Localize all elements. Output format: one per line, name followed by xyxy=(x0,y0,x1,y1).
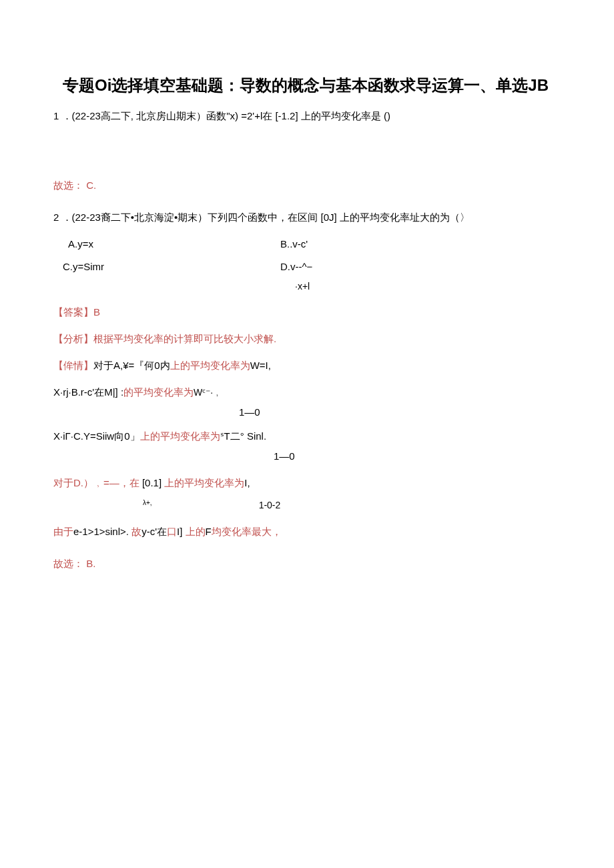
q2-detail-a: 【侔情】对于A,¥=『何0内上的平均变化率为W=I, xyxy=(53,358,561,374)
q2-detail-b: X·rj·B.r-c'在M|] :的平均变化率为Wᶜ⁻·﹐ xyxy=(53,384,561,400)
q2-conclusion-line: 由于e-1>1>sinl>. 故y-c'在口I] 上的F均变化率最大， xyxy=(53,524,561,540)
detail-d-subline: λ+, 1-0-2 xyxy=(53,498,561,512)
detail-d-sub: λ+, xyxy=(53,498,152,512)
question-2-text: 2 ．(22-23裔二下•北京海淀•期末）下列四个函数中，在区间 [0J] 上的… xyxy=(53,209,561,226)
detail-b-2: 的平均变化率为 xyxy=(123,386,194,398)
q2-option-d-sub: ·x+l xyxy=(53,279,561,294)
q2-final: 故选： B. xyxy=(53,556,561,572)
detail-a-1: 对于A,¥=『何0内 xyxy=(93,360,170,371)
detail-a-2: 上的平均变化率为 xyxy=(170,360,250,371)
q2-analysis: 【分析】根据平均变化率的计算即可比较大小求解. xyxy=(53,331,561,347)
q2-detail-d: 对于D.）﹐=—，在 [0.1] 上的平均变化率为I, xyxy=(53,475,561,491)
spacer xyxy=(53,131,561,171)
page-title: 专题Oi选择填空基础题：导数的概念与基本函数求导运算一、单选JB xyxy=(53,73,561,97)
detail-d-4: I, xyxy=(244,477,250,488)
detail-b-1: X·rj·B.r-c'在M|] : xyxy=(53,386,123,398)
detail-b-under: 1—0 xyxy=(53,404,561,420)
detail-c-2: 上的平均变化率为 xyxy=(140,430,220,442)
detail-d-under: 1-0-2 xyxy=(152,498,281,512)
q2-options-row2: C.y=Simr D.v--^− xyxy=(53,259,561,275)
q2-option-d: D.v--^− xyxy=(280,259,312,275)
detail-c-3: ˢT二° Sinl. xyxy=(220,430,267,442)
detail-d-3: 上的平均变化率为 xyxy=(164,477,244,488)
detail-c-under: 1—0 xyxy=(53,448,561,464)
analysis-label: 【分析】 xyxy=(53,333,93,344)
detail-d-2: [0.1] xyxy=(139,477,165,488)
detail-a-3: W=I, xyxy=(250,360,271,371)
q2-answer: 【答案】B xyxy=(53,304,561,320)
analysis-text: 根据平均变化率的计算即可比较大小求解. xyxy=(93,333,276,344)
q2-detail-c: X·iΓ·C.Y=Siiw向0」上的平均变化率为ˢT二° Sinl. xyxy=(53,428,561,444)
q2-option-b: B..v-c' xyxy=(280,236,308,252)
detail-b-3: Wᶜ⁻·﹐ xyxy=(194,387,222,398)
q1-conclusion: 故选： C. xyxy=(53,177,561,193)
q2-option-a: A.y=x xyxy=(53,236,280,252)
detail-label: 【侔情】 xyxy=(53,360,93,371)
detail-c-1: X·iΓ·C.Y=Siiw向0」 xyxy=(53,430,140,442)
q2-option-c: C.y=Simr xyxy=(53,259,280,275)
q2-options-row1: A.y=x B..v-c' xyxy=(53,236,561,252)
question-1-text: 1 ．(22-23高二下, 北京房山期末）函数"x) =2'+l在 [-1.2]… xyxy=(53,108,561,124)
detail-d-1: 对于D.）﹐=—，在 xyxy=(53,477,139,488)
